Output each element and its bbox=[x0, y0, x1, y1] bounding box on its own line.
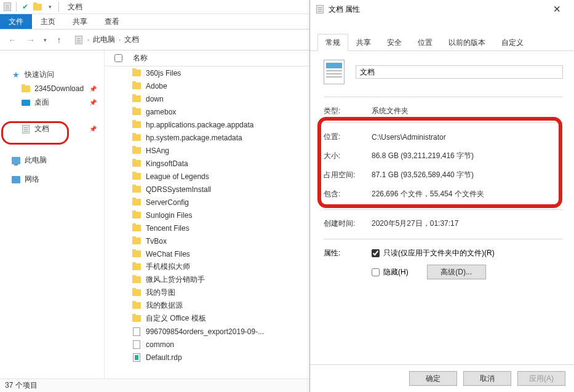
folder-icon bbox=[132, 288, 142, 298]
folder-icon bbox=[132, 159, 142, 169]
folder-icon bbox=[132, 314, 142, 324]
sidebar-quick-label: 快速访问 bbox=[25, 70, 54, 80]
tab-general[interactable]: 常规 bbox=[317, 34, 348, 51]
properties-folder-icon bbox=[324, 60, 345, 84]
sidebar-item-label: 2345Download bbox=[34, 84, 84, 93]
folder-icon bbox=[132, 301, 142, 311]
sidebar-item-0[interactable]: 2345Download📌 bbox=[0, 82, 104, 95]
folder-icon bbox=[132, 198, 142, 207]
folder-icon bbox=[132, 210, 142, 220]
folder-icon bbox=[132, 185, 142, 194]
desktop-icon bbox=[21, 98, 31, 108]
properties-buttons: 确定 取消 应用(A) bbox=[310, 364, 574, 392]
folder-icon bbox=[132, 249, 142, 259]
label-type: 类型: bbox=[324, 106, 372, 116]
sidebar-item-blank1[interactable] bbox=[0, 136, 104, 148]
label-contains: 包含: bbox=[324, 189, 372, 199]
qat-folder-icon[interactable] bbox=[33, 2, 42, 12]
folder-icon bbox=[132, 275, 142, 285]
sidebar-item-1[interactable]: 桌面📌 bbox=[0, 95, 104, 110]
value-type: 系统文件夹 bbox=[372, 106, 563, 116]
label-attributes: 属性: bbox=[324, 248, 372, 258]
properties-titlebar: 文档 属性 ✕ bbox=[310, 0, 574, 18]
forward-button[interactable] bbox=[22, 33, 39, 47]
tab-file[interactable]: 文件 bbox=[0, 14, 32, 29]
sidebar-item-gap bbox=[0, 110, 104, 122]
folder-icon bbox=[21, 84, 31, 94]
history-dropdown[interactable] bbox=[41, 33, 49, 47]
sidebar-item-label: 桌面 bbox=[34, 97, 49, 108]
up-button[interactable] bbox=[50, 33, 68, 47]
tab-view[interactable]: 查看 bbox=[96, 14, 128, 29]
pin-icon: 📌 bbox=[89, 99, 97, 106]
back-button[interactable] bbox=[4, 33, 21, 47]
value-location: C:\Users\Administrator bbox=[372, 133, 563, 142]
properties-title: 文档 属性 bbox=[329, 4, 360, 15]
sidebar-quick-access[interactable]: 快速访问 bbox=[0, 68, 104, 82]
sidebar-this-pc[interactable]: 此电脑 bbox=[0, 153, 104, 167]
value-contains: 226,696 个文件，55,454 个文件夹 bbox=[372, 189, 563, 199]
file-icon bbox=[132, 340, 142, 350]
folder-icon bbox=[132, 262, 142, 272]
folder-icon bbox=[132, 68, 142, 78]
folder-icon bbox=[132, 120, 142, 130]
tab-customize[interactable]: 自定义 bbox=[493, 34, 532, 51]
tab-share[interactable]: 共享 bbox=[64, 14, 96, 29]
sidebar-network[interactable]: 网络 bbox=[0, 172, 104, 186]
qat-properties-icon[interactable] bbox=[2, 2, 12, 12]
label-created: 创建时间: bbox=[324, 218, 372, 229]
pin-icon: 📌 bbox=[89, 126, 97, 132]
value-size: 86.8 GB (93,211,219,416 字节) bbox=[372, 151, 563, 161]
sidebar-item-2[interactable]: 文档📌 bbox=[0, 122, 104, 136]
folder-icon bbox=[132, 94, 142, 104]
close-button[interactable]: ✕ bbox=[544, 1, 569, 18]
folder-icon bbox=[132, 172, 142, 182]
select-all-check[interactable] bbox=[114, 54, 132, 62]
properties-tabs: 常规 共享 安全 位置 以前的版本 自定义 bbox=[310, 33, 574, 51]
properties-name-input[interactable] bbox=[356, 65, 563, 79]
tab-sharing[interactable]: 共享 bbox=[348, 34, 379, 51]
value-size-on-disk: 87.1 GB (93,526,589,440 字节) bbox=[372, 170, 563, 180]
readonly-check[interactable]: 只读(仅应用于文件夹中的文件)(R) bbox=[372, 248, 495, 258]
pin-icon: 📌 bbox=[89, 86, 97, 92]
sidebar-item-label: 文档 bbox=[34, 124, 49, 134]
qat-dropdown-icon[interactable] bbox=[45, 2, 55, 12]
apply-button[interactable]: 应用(A) bbox=[517, 371, 565, 386]
breadcrumb-pc[interactable]: 此电脑 bbox=[92, 34, 116, 45]
file-icon bbox=[132, 327, 142, 337]
cancel-button[interactable]: 取消 bbox=[463, 371, 511, 386]
doc-icon bbox=[21, 124, 31, 134]
pc-icon bbox=[11, 156, 21, 166]
properties-titlebar-icon bbox=[315, 4, 325, 14]
sidebar: 快速访问 2345Download📌桌面📌文档📌 此电脑 网络 bbox=[0, 50, 105, 378]
status-count: 37 个项目 bbox=[5, 380, 38, 391]
properties-body: 类型: 系统文件夹 位置: C:\Users\Administrator 大小:… bbox=[310, 51, 574, 364]
sidebar-net-label: 网络 bbox=[25, 174, 39, 185]
star-icon bbox=[11, 70, 21, 80]
value-created: 2020年5月27日，01:37:17 bbox=[372, 218, 563, 229]
folder-icon bbox=[132, 133, 142, 143]
label-size-on-disk: 占用空间: bbox=[324, 170, 372, 180]
sidebar-pc-label: 此电脑 bbox=[25, 155, 47, 166]
breadcrumb-docs[interactable]: 文档 bbox=[123, 34, 140, 45]
tab-home[interactable]: 主页 bbox=[32, 14, 64, 29]
label-location: 位置: bbox=[324, 132, 372, 142]
tab-location[interactable]: 位置 bbox=[410, 34, 440, 51]
window-title: 文档 bbox=[68, 2, 82, 12]
folder-icon bbox=[132, 223, 142, 233]
qat-check-icon[interactable]: ✔ bbox=[20, 2, 30, 12]
tab-security[interactable]: 安全 bbox=[379, 34, 410, 51]
advanced-button[interactable]: 高级(D)... bbox=[427, 265, 486, 279]
ok-button[interactable]: 确定 bbox=[409, 371, 457, 386]
folder-icon bbox=[132, 146, 142, 156]
hidden-check[interactable]: 隐藏(H) bbox=[372, 267, 409, 278]
folder-icon bbox=[132, 107, 142, 117]
properties-dialog: 文档 属性 ✕ 常规 共享 安全 位置 以前的版本 自定义 类型: 系统文件夹 … bbox=[309, 0, 574, 392]
tab-previous[interactable]: 以前的版本 bbox=[440, 34, 493, 51]
network-icon bbox=[11, 175, 21, 185]
folder-icon bbox=[132, 236, 142, 246]
rdp-icon bbox=[132, 353, 142, 362]
folder-icon bbox=[132, 81, 142, 91]
label-size: 大小: bbox=[324, 151, 372, 161]
